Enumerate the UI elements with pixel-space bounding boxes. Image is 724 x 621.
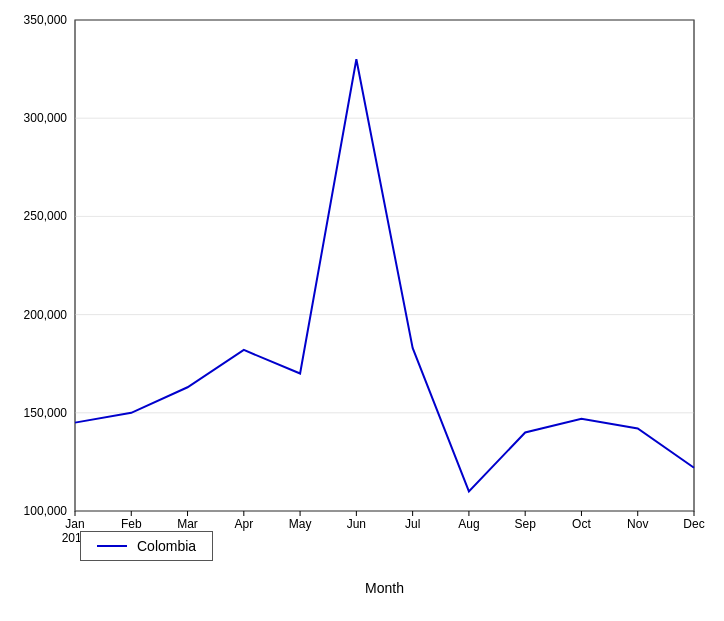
legend: Colombia: [80, 531, 213, 561]
svg-text:Dec: Dec: [683, 517, 704, 531]
svg-text:Oct: Oct: [572, 517, 591, 531]
svg-text:Jun: Jun: [347, 517, 366, 531]
svg-text:200,000: 200,000: [24, 308, 68, 322]
svg-text:250,000: 250,000: [24, 209, 68, 223]
svg-text:350,000: 350,000: [24, 13, 68, 27]
svg-text:Jul: Jul: [405, 517, 420, 531]
legend-label: Colombia: [137, 538, 196, 554]
svg-text:Month: Month: [365, 580, 404, 596]
svg-text:Jan: Jan: [65, 517, 84, 531]
legend-line-icon: [97, 545, 127, 547]
svg-text:Feb: Feb: [121, 517, 142, 531]
svg-text:Mar: Mar: [177, 517, 198, 531]
chart-container: 100,000150,000200,000250,000300,000350,0…: [0, 0, 724, 621]
svg-text:Aug: Aug: [458, 517, 479, 531]
svg-text:May: May: [289, 517, 312, 531]
svg-rect-0: [75, 20, 694, 511]
chart-svg: 100,000150,000200,000250,000300,000350,0…: [0, 0, 724, 621]
svg-text:Sep: Sep: [515, 517, 537, 531]
svg-text:150,000: 150,000: [24, 406, 68, 420]
svg-text:Nov: Nov: [627, 517, 648, 531]
svg-text:Apr: Apr: [234, 517, 253, 531]
svg-text:100,000: 100,000: [24, 504, 68, 518]
svg-text:300,000: 300,000: [24, 111, 68, 125]
